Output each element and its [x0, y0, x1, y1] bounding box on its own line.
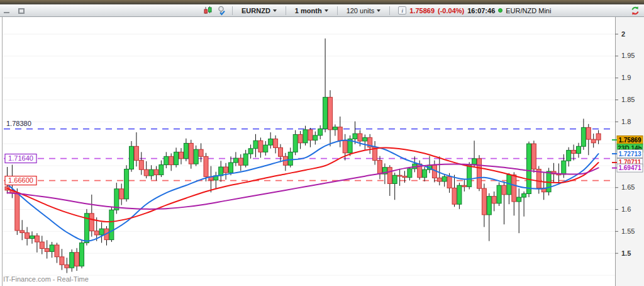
candle-down	[586, 127, 591, 139]
ma-fast-value-label-text: 1.72713	[618, 151, 641, 157]
candle-up	[408, 169, 412, 178]
axis-tick-label: 1.95	[621, 52, 635, 59]
candle-up	[233, 158, 238, 163]
candle-up	[303, 130, 308, 143]
feed-status-dot	[498, 8, 502, 13]
candle-up	[248, 149, 253, 154]
candle-up	[517, 197, 521, 202]
candle-down	[154, 169, 158, 174]
candle-down	[397, 175, 402, 176]
level-label-text: 1.66600	[8, 176, 33, 184]
candle-down	[258, 140, 263, 152]
candle-up	[333, 127, 337, 130]
candle-down	[596, 134, 601, 140]
candle-up	[30, 236, 35, 238]
candle-down	[65, 265, 69, 268]
price-chart-svg: 21.951.91.851.81.651.61.551.51.783801.71…	[0, 17, 644, 286]
info-icon[interactable]: i	[398, 6, 406, 14]
candle-up	[318, 129, 323, 135]
candle-up	[392, 175, 397, 183]
candle-down	[279, 147, 283, 156]
candle-up	[313, 135, 318, 140]
chart-tool-group: EURNZD 1 month 120 units i 1.75869 (-0.0…	[203, 4, 551, 16]
chevron-down-icon	[377, 9, 380, 12]
candle-up	[577, 146, 581, 153]
candle-down	[119, 189, 124, 199]
candle-down	[40, 242, 44, 248]
candle-down	[437, 178, 441, 181]
candle-down	[531, 144, 536, 169]
candle-down	[60, 257, 64, 265]
candle-down	[402, 176, 407, 178]
units-dropdown-label: 120 units	[347, 7, 375, 14]
candle-up	[174, 152, 179, 164]
candle-up	[497, 185, 501, 203]
watermark: IT-Finance.com - Real-Time	[3, 275, 89, 283]
candle-up	[293, 135, 297, 152]
chart-window: EURNZD 1 month 120 units i 1.75869 (-0.0…	[0, 0, 644, 286]
candle-up	[184, 143, 188, 158]
candle-down	[378, 161, 382, 174]
candle-down	[35, 236, 39, 242]
level-label-plain[interactable]: 1.78380	[6, 120, 31, 127]
candle-down	[94, 231, 99, 235]
candle-up	[99, 229, 104, 235]
price-chart-canvas[interactable]: 21.951.91.851.81.651.61.551.51.783801.71…	[0, 17, 644, 286]
axis-tick-label: 1.55	[621, 227, 635, 235]
last-price: 1.75869	[409, 7, 435, 14]
candle-down	[189, 143, 193, 164]
screener-check-icon[interactable]	[216, 6, 226, 16]
candle-up	[80, 243, 84, 266]
candle-down	[179, 152, 184, 158]
toolbar-separator	[232, 6, 233, 15]
current-price-label-text: 1.75869	[618, 137, 641, 144]
candle-down	[502, 185, 506, 195]
candle-down	[144, 169, 148, 176]
candle-up	[243, 154, 248, 165]
candle-down	[75, 253, 79, 266]
window-controls	[3, 4, 25, 16]
candle-down	[15, 193, 19, 231]
candle-down	[89, 214, 94, 231]
candle-up	[149, 169, 153, 176]
axis-tick-label: 1.65	[621, 183, 635, 191]
feed-name: EUR/NZD Mini	[506, 7, 551, 14]
toolbar-separator	[286, 6, 286, 15]
candle-down	[274, 139, 278, 147]
axis-tick-label: 1.8	[621, 118, 631, 125]
candle-down	[25, 232, 30, 238]
last-update-time: 16:07:46	[467, 7, 495, 14]
symbol-dropdown[interactable]: EURNZD	[238, 6, 280, 15]
candle-up	[423, 169, 427, 178]
axis-tick-label: 1.6	[621, 205, 631, 213]
candle-up	[487, 197, 491, 215]
timeframe-dropdown[interactable]: 1 month	[292, 6, 331, 15]
candle-up	[522, 193, 526, 197]
candle-up	[164, 156, 169, 164]
candle-down	[591, 139, 596, 143]
candle-down	[477, 159, 482, 188]
toolbar-separator	[337, 6, 338, 15]
candle-down	[308, 130, 313, 140]
candle-down	[55, 245, 59, 257]
refresh-icon[interactable]	[630, 6, 640, 16]
candle-down	[387, 168, 392, 184]
candle-up	[194, 149, 198, 164]
candle-down	[298, 135, 303, 143]
candlestick-chart-icon[interactable]	[203, 6, 213, 16]
candle-down	[358, 134, 362, 141]
candle-down	[343, 140, 347, 152]
units-dropdown[interactable]: 120 units	[343, 6, 384, 15]
axis-tick-label: 1.85	[621, 96, 635, 103]
candle-up	[159, 165, 164, 175]
minimize-button[interactable]	[3, 6, 11, 14]
candle-down	[512, 175, 516, 202]
candle-up	[130, 146, 134, 169]
candle-up	[472, 159, 477, 164]
axis-tick-label: 1.5	[621, 249, 631, 257]
candle-down	[45, 248, 49, 251]
maximize-button[interactable]	[17, 6, 25, 14]
candle-up	[125, 169, 129, 199]
candle-up	[269, 139, 273, 145]
candle-down	[447, 176, 452, 188]
